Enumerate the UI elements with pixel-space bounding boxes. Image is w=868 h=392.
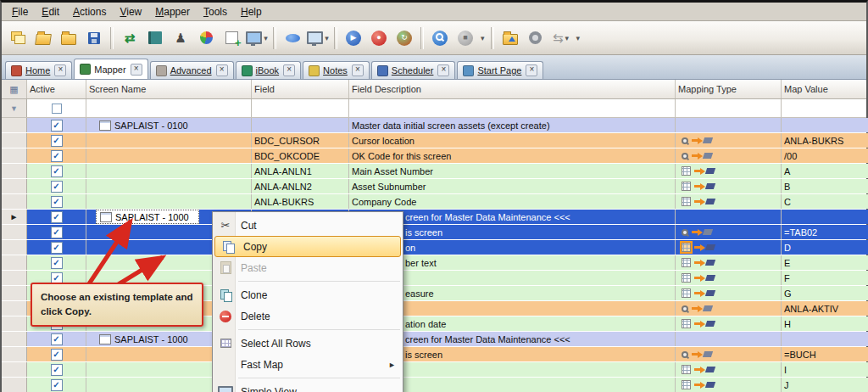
save-button[interactable]	[82, 25, 106, 51]
active-checkbox[interactable]: ✓	[51, 150, 63, 162]
screen-name-cell[interactable]	[86, 133, 252, 148]
add-screen-button[interactable]	[220, 25, 243, 51]
dropdown-icon[interactable]: ▾	[325, 34, 329, 42]
mapping-type-cell[interactable]	[676, 255, 782, 270]
menu-view[interactable]: View	[113, 3, 148, 20]
export-book-button[interactable]	[143, 25, 167, 51]
menu-help[interactable]: Help	[234, 3, 269, 20]
field-description-cell[interactable]: Main Asset Number	[349, 164, 676, 178]
map-value-cell[interactable]: E	[782, 255, 868, 270]
map-value-cell[interactable]: ANLA-AKTIV	[782, 301, 868, 316]
filter-screen-cell[interactable]	[86, 99, 252, 117]
table-row[interactable]: ✓ J	[2, 378, 866, 392]
mapping-type-cell[interactable]	[676, 271, 782, 285]
table-row[interactable]: ✓ is screen =TAB02	[2, 225, 866, 240]
map-value-cell[interactable]: D	[782, 240, 868, 255]
active-checkbox[interactable]: ✓	[51, 364, 63, 376]
menu-edit[interactable]: Edit	[35, 3, 66, 20]
mapping-type-cell[interactable]	[676, 332, 782, 346]
refresh-button[interactable]: ↻	[392, 25, 416, 51]
filter-checkbox[interactable]	[52, 104, 62, 114]
close-icon[interactable]: ×	[131, 64, 142, 76]
screen-name-cell[interactable]	[86, 194, 252, 209]
mapping-type-cell[interactable]	[676, 148, 782, 163]
map-value-cell[interactable]	[782, 118, 868, 132]
screen-name-cell[interactable]: SAPLAIST - 0100	[86, 118, 252, 132]
dropdown-icon[interactable]: ▾	[576, 34, 581, 42]
filter-active-cell[interactable]	[27, 99, 86, 117]
active-checkbox[interactable]: ✓	[51, 379, 63, 391]
field-description-cell[interactable]: Master data initial screen assets (excep…	[349, 118, 676, 132]
filter-field-cell[interactable]	[252, 99, 349, 117]
screen-name-cell[interactable]	[86, 148, 252, 163]
mapping-type-cell[interactable]	[676, 118, 782, 132]
active-checkbox[interactable]: ✓	[51, 242, 63, 254]
table-row[interactable]: ✓ on D	[2, 240, 866, 255]
table-row[interactable]: ✓ ANLA-BUKRS Company Code C	[2, 194, 866, 210]
active-checkbox[interactable]: ✓	[51, 135, 63, 147]
map-value-cell[interactable]	[782, 210, 868, 224]
menu-file[interactable]: File	[5, 3, 35, 20]
menu-item-cut[interactable]: ✂ Cut	[213, 215, 403, 236]
field-cell[interactable]: BDC_OKCODE	[252, 148, 349, 163]
mask-button[interactable]	[281, 25, 304, 51]
screen-entry[interactable]: SAPLAIST - 1000	[96, 210, 199, 224]
screen-name-cell[interactable]	[86, 179, 252, 193]
column-header-field-description[interactable]: Field Description	[349, 80, 676, 98]
mapping-type-cell[interactable]	[676, 301, 782, 316]
column-header-mapping-type[interactable]: Mapping Type	[676, 80, 782, 98]
open-file-button[interactable]	[31, 25, 55, 51]
colors-button[interactable]	[194, 25, 218, 51]
map-value-cell[interactable]: F	[782, 271, 868, 285]
close-icon[interactable]: ×	[352, 64, 364, 76]
map-value-cell[interactable]: J	[782, 378, 868, 392]
close-icon[interactable]: ×	[437, 64, 449, 76]
map-value-cell[interactable]: B	[782, 179, 868, 193]
map-value-cell[interactable]: H	[782, 316, 868, 331]
map-value-cell[interactable]: ANLA-BUKRS	[782, 133, 868, 148]
mapping-type-cell[interactable]	[676, 286, 782, 300]
map-value-cell[interactable]: I	[782, 362, 868, 377]
menu-item-select-all-rows[interactable]: Select All Rows	[213, 333, 403, 354]
tab-advanced[interactable]: Advanced×	[150, 61, 234, 79]
mapping-type-cell[interactable]	[676, 362, 782, 377]
menu-item-clone[interactable]: Clone	[213, 284, 403, 305]
run-button[interactable]: ▶	[342, 25, 365, 51]
map-value-cell[interactable]: C	[782, 194, 868, 209]
mapping-type-cell[interactable]	[676, 225, 782, 239]
field-cell[interactable]: BDC_CURSOR	[252, 133, 349, 148]
active-checkbox[interactable]: ✓	[51, 257, 63, 269]
capture-screen-button[interactable]: ▾	[245, 25, 269, 51]
filter-value-cell[interactable]	[782, 99, 868, 117]
active-checkbox[interactable]: ✓	[51, 196, 63, 208]
map-value-cell[interactable]: =BUCH	[782, 347, 868, 361]
mapping-type-cell[interactable]	[676, 347, 782, 361]
grid-corner[interactable]: ▦	[2, 80, 27, 98]
run-user-button[interactable]: ♟	[169, 25, 192, 51]
map-value-cell[interactable]: =TAB02	[782, 225, 868, 239]
tab-scheduler[interactable]: Scheduler×	[371, 61, 456, 79]
screen-name-cell[interactable]	[86, 164, 252, 178]
menu-mapper[interactable]: Mapper	[148, 3, 197, 20]
mapping-type-cell[interactable]	[676, 240, 782, 255]
column-header-map-value[interactable]: Map Value	[782, 80, 868, 98]
field-cell[interactable]: ANLA-ANLN2	[252, 179, 349, 193]
active-checkbox[interactable]: ✓	[51, 227, 63, 238]
close-icon[interactable]: ×	[54, 64, 66, 76]
close-icon[interactable]: ×	[526, 64, 537, 76]
field-cell[interactable]: ANLA-ANLN1	[252, 164, 349, 178]
active-checkbox[interactable]: ✓	[51, 333, 63, 345]
tab-start-page[interactable]: Start Page×	[457, 61, 543, 79]
active-checkbox[interactable]: ✓	[51, 181, 63, 193]
publish-button[interactable]	[498, 25, 522, 51]
tab-home[interactable]: Home×	[5, 61, 72, 79]
field-description-cell[interactable]: Asset Subnumber	[349, 179, 676, 193]
column-header-screen-name[interactable]: Screen Name	[86, 80, 252, 98]
table-row[interactable]: ✓ BDC_CURSOR Cursor location ANLA-BUKRS	[2, 133, 866, 148]
menu-item-fast-map[interactable]: Fast Map ►	[213, 354, 403, 375]
transfer-button[interactable]: ⇄	[118, 25, 142, 51]
field-cell[interactable]: ANLA-BUKRS	[252, 194, 349, 209]
screen-entry[interactable]: SAPLAIST - 0100	[99, 120, 188, 131]
table-row[interactable]: ✓ ANLA-ANLN2 Asset Subnumber B	[2, 179, 866, 194]
menu-tools[interactable]: Tools	[197, 3, 234, 20]
